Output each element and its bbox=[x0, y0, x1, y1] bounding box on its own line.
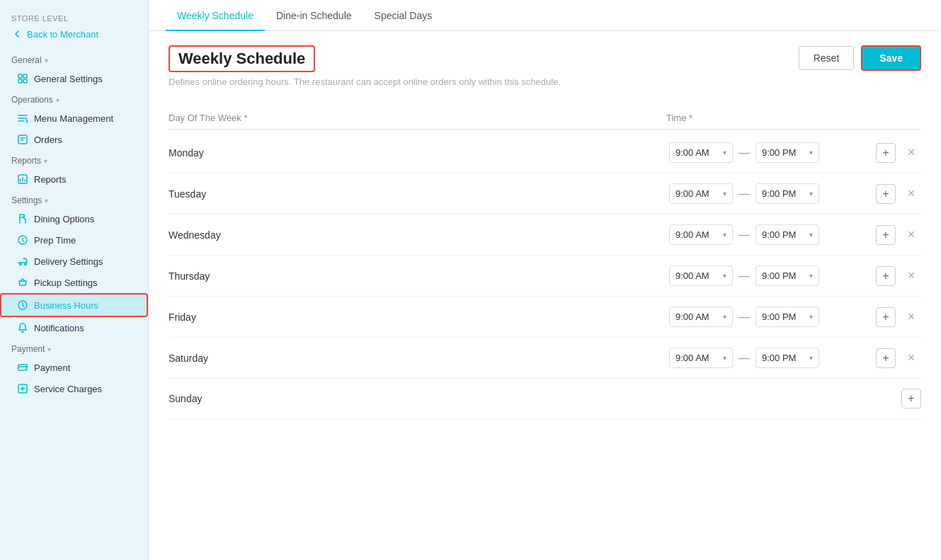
back-label: Back to Merchant bbox=[27, 29, 98, 40]
delivery-icon bbox=[17, 256, 28, 267]
sidebar-item-prep-time[interactable]: Prep Time bbox=[0, 229, 148, 251]
end-time-tuesday[interactable]: 9:00 PM ▾ bbox=[755, 183, 819, 204]
add-time-button[interactable]: + bbox=[876, 266, 896, 286]
dining-icon bbox=[17, 213, 28, 224]
sidebar-item-business-hours[interactable]: Business Hours bbox=[0, 293, 148, 317]
grid-icon bbox=[17, 73, 28, 84]
svg-rect-3 bbox=[23, 79, 27, 83]
schedule-row: Tuesday 9:00 AM ▾ — 9:00 PM ▾ + × bbox=[169, 173, 921, 215]
save-button[interactable]: Save bbox=[861, 45, 921, 71]
chevron-down-icon: ▾ bbox=[723, 149, 726, 156]
tab-dine-in-schedule[interactable]: Dine-in Schedule bbox=[265, 0, 363, 31]
remove-time-button[interactable]: × bbox=[901, 184, 921, 204]
end-time-friday[interactable]: 9:00 PM ▾ bbox=[755, 307, 819, 327]
add-time-button[interactable]: + bbox=[901, 389, 921, 408]
sidebar-item-label: Delivery Settings bbox=[34, 256, 103, 267]
sidebar-item-dining-options[interactable]: Dining Options bbox=[0, 208, 148, 229]
svg-point-7 bbox=[20, 263, 22, 265]
sidebar-item-label: Dining Options bbox=[34, 214, 94, 224]
end-time-wednesday[interactable]: 9:00 PM ▾ bbox=[755, 224, 819, 245]
chevron-down-icon: ▾ bbox=[809, 149, 813, 156]
time-section-wednesday: 9:00 AM ▾ — 9:00 PM ▾ bbox=[669, 224, 867, 245]
day-label-sunday: Sunday bbox=[169, 393, 531, 404]
start-time-friday[interactable]: 9:00 AM ▾ bbox=[669, 307, 733, 327]
orders-icon bbox=[17, 134, 28, 145]
add-time-button[interactable]: + bbox=[876, 307, 896, 327]
main-content: Weekly Schedule Dine-in Schedule Special… bbox=[149, 0, 941, 560]
pickup-icon bbox=[17, 277, 28, 288]
sidebar-item-label: Service Charges bbox=[34, 384, 102, 394]
sidebar-item-service-charges[interactable]: Service Charges bbox=[0, 378, 148, 399]
time-dash: — bbox=[738, 311, 750, 324]
store-level-label: Store Level bbox=[0, 11, 148, 24]
sidebar-item-pickup-settings[interactable]: Pickup Settings bbox=[0, 272, 148, 293]
chevron-down-icon: ▾ bbox=[723, 190, 726, 198]
sidebar-item-menu-management[interactable]: Menu Management bbox=[0, 108, 148, 129]
section-general: General ▾ bbox=[0, 50, 148, 68]
page-title: Weekly Schedule bbox=[178, 50, 305, 67]
time-dash: — bbox=[738, 147, 750, 159]
chevron-down-icon: ▾ bbox=[723, 354, 726, 362]
sidebar-item-label: Pickup Settings bbox=[34, 278, 98, 288]
page-header: Weekly Schedule Defines online ordering … bbox=[169, 45, 921, 101]
sidebar-item-label: Menu Management bbox=[34, 113, 113, 124]
chevron-down-icon: ▾ bbox=[809, 313, 813, 321]
row-actions-friday: + × bbox=[876, 307, 921, 327]
payment-icon bbox=[17, 362, 28, 373]
remove-time-button[interactable]: × bbox=[901, 266, 921, 286]
day-label-monday: Monday bbox=[169, 147, 669, 159]
sidebar-item-reports[interactable]: Reports bbox=[0, 168, 148, 190]
chevron-down-icon: ▾ bbox=[809, 190, 813, 198]
start-time-tuesday[interactable]: 9:00 AM ▾ bbox=[669, 183, 733, 204]
start-time-thursday[interactable]: 9:00 AM ▾ bbox=[669, 265, 733, 286]
remove-time-button[interactable]: × bbox=[901, 143, 921, 163]
end-time-monday[interactable]: 9:00 PM ▾ bbox=[755, 142, 819, 163]
back-to-merchant[interactable]: Back to Merchant bbox=[0, 24, 148, 50]
schedule-row: Monday 9:00 AM ▾ — 9:00 PM ▾ + × bbox=[169, 132, 921, 173]
add-time-button[interactable]: + bbox=[876, 143, 896, 163]
sidebar-item-general-settings[interactable]: General Settings bbox=[0, 68, 148, 89]
section-settings: Settings ▾ bbox=[0, 190, 148, 208]
clock-icon bbox=[17, 234, 28, 246]
sidebar-item-delivery-settings[interactable]: Delivery Settings bbox=[0, 251, 148, 272]
start-time-monday[interactable]: 9:00 AM ▾ bbox=[669, 142, 733, 163]
remove-time-button[interactable]: × bbox=[901, 225, 921, 245]
sidebar-item-notifications[interactable]: Notifications bbox=[0, 317, 148, 338]
section-operations: Operations ▾ bbox=[0, 89, 148, 108]
page-title-container: Weekly Schedule Defines online ordering … bbox=[169, 45, 561, 101]
add-time-button[interactable]: + bbox=[876, 225, 896, 245]
start-time-wednesday[interactable]: 9:00 AM ▾ bbox=[669, 224, 733, 245]
section-payment: Payment ▾ bbox=[0, 338, 148, 357]
end-time-saturday[interactable]: 9:00 PM ▾ bbox=[755, 348, 819, 368]
sidebar-item-label: Orders bbox=[34, 135, 62, 145]
chevron-down-icon: ▾ bbox=[809, 272, 813, 280]
tab-weekly-schedule[interactable]: Weekly Schedule bbox=[166, 0, 265, 31]
schedule-row: Wednesday 9:00 AM ▾ — 9:00 PM ▾ + × bbox=[169, 215, 921, 256]
reset-button[interactable]: Reset bbox=[799, 46, 855, 70]
menu-icon bbox=[17, 113, 28, 124]
col-time-header: Time * bbox=[666, 113, 865, 123]
start-time-saturday[interactable]: 9:00 AM ▾ bbox=[669, 348, 733, 368]
chevron-down-icon: ▾ bbox=[809, 354, 813, 362]
tab-special-days[interactable]: Special Days bbox=[363, 0, 444, 31]
add-time-button[interactable]: + bbox=[876, 184, 896, 204]
schedule-row: Thursday 9:00 AM ▾ — 9:00 PM ▾ + × bbox=[169, 256, 921, 297]
time-section-thursday: 9:00 AM ▾ — 9:00 PM ▾ bbox=[669, 265, 867, 286]
time-dash: — bbox=[738, 188, 750, 200]
header-buttons: Reset Save bbox=[799, 45, 921, 71]
sidebar-item-payment[interactable]: Payment bbox=[0, 357, 148, 378]
schedule-row: Saturday 9:00 AM ▾ — 9:00 PM ▾ + × bbox=[169, 338, 921, 379]
page-subtitle: Defines online ordering hours. The resta… bbox=[169, 76, 561, 87]
chevron-down-icon: ▾ bbox=[723, 272, 726, 280]
end-time-thursday[interactable]: 9:00 PM ▾ bbox=[755, 265, 819, 286]
add-time-button[interactable]: + bbox=[876, 348, 896, 368]
sidebar-item-orders[interactable]: Orders bbox=[0, 129, 148, 150]
col-day-header: Day Of The Week * bbox=[169, 113, 666, 123]
tabs-bar: Weekly Schedule Dine-in Schedule Special… bbox=[149, 0, 941, 31]
remove-time-button[interactable]: × bbox=[901, 307, 921, 327]
sidebar-item-label: General Settings bbox=[34, 74, 103, 84]
sidebar-item-label: Payment bbox=[34, 362, 70, 373]
sidebar-item-label: Prep Time bbox=[34, 235, 76, 246]
section-reports: Reports ▾ bbox=[0, 150, 148, 168]
remove-time-button[interactable]: × bbox=[901, 348, 921, 368]
